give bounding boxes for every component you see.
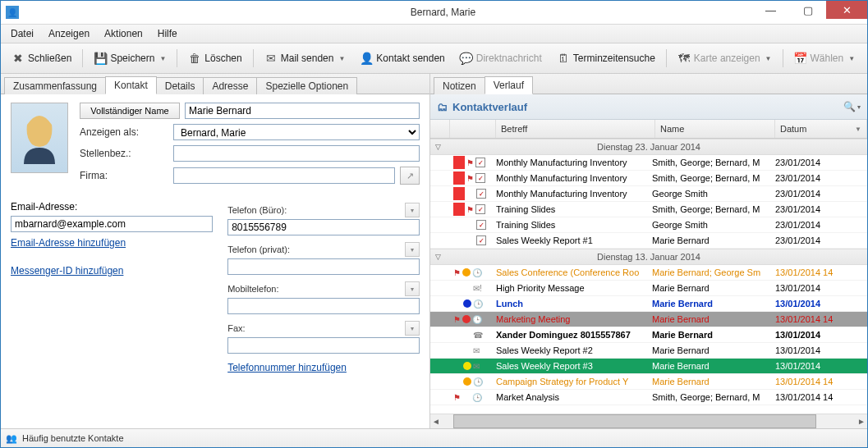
tab-address[interactable]: Adresse — [203, 77, 257, 94]
history-row[interactable]: ✓Monthly Manufacturing InventoryGeorge S… — [430, 186, 867, 202]
history-row[interactable]: ⚑✓Training SlidesSmith, George; Bernard,… — [430, 202, 867, 217]
history-row[interactable]: ⚑🕒Market AnalysisSmith, George; Bernard,… — [430, 390, 867, 405]
col-name[interactable]: Name — [655, 120, 775, 138]
checkbox-icon[interactable]: ✓ — [476, 189, 486, 199]
tab-summary[interactable]: Zusammenfassung — [4, 77, 106, 94]
row-subject: Marketing Meeting — [496, 314, 652, 324]
flag-icon: ⚑ — [466, 174, 474, 183]
map-icon: 🗺 — [677, 52, 691, 65]
mail-excl-icon: ✉! — [473, 284, 482, 293]
toolbar-mail[interactable]: ✉Mail senden▼ — [259, 48, 351, 68]
col-date[interactable]: Datum▼ — [775, 120, 867, 138]
row-date: 13/01/2014 — [775, 361, 854, 371]
row-subject: Monthly Manufacturing Inventory — [496, 158, 652, 167]
col-subject[interactable]: Betreff — [496, 120, 655, 138]
checkbox-icon[interactable]: ✓ — [476, 220, 486, 230]
history-row[interactable]: ☎Xander Dominguez 8015557867Marie Bernar… — [430, 327, 867, 343]
phone-home-dropdown[interactable]: ▾ — [405, 242, 420, 257]
checkbox-icon[interactable]: ✓ — [476, 235, 486, 245]
history-row[interactable]: ⚑🕒Marketing MeetingMarie Bernard13/01/20… — [430, 312, 867, 327]
tab-special[interactable]: Spezielle Optionen — [256, 77, 357, 94]
add-email-link[interactable]: Email-Adresse hinzufügen — [11, 237, 213, 249]
search-button[interactable]: 🔍▾ — [843, 98, 861, 116]
history-row[interactable]: ✉!High Priority MessageMarie Bernard13/0… — [430, 281, 867, 296]
flag-icon: ⚑ — [453, 393, 461, 402]
menu-view[interactable]: Anzeigen — [42, 26, 96, 41]
category-dot-icon — [463, 377, 471, 386]
row-name: Marie Bernard — [652, 283, 775, 293]
company-input[interactable] — [173, 167, 395, 184]
mobile-input[interactable] — [227, 298, 420, 314]
toolbar-send-contact[interactable]: 👤Kontakt senden — [354, 48, 450, 68]
group-header[interactable]: ▽Dienstag 13. Januar 2014 — [430, 249, 867, 265]
statusbar-text[interactable]: Häufig benutzte Kontakte — [22, 433, 124, 443]
chevron-down-icon: ▼ — [765, 55, 772, 62]
history-row[interactable]: ⚑🕒Sales Conference (Conference RooMarie … — [430, 265, 867, 281]
history-row[interactable]: ✉Sales Weekly Report #2Marie Bernard13/0… — [430, 343, 867, 359]
trash-icon: 🗑 — [188, 52, 201, 65]
row-subject: Sales Weekly Report #2 — [496, 345, 652, 355]
calendar-search-icon: 🗓 — [557, 52, 570, 65]
group-header[interactable]: ▽Dienstag 23. Januar 2014 — [430, 139, 867, 155]
checkbox-icon[interactable]: ✓ — [475, 204, 485, 214]
history-row[interactable]: ⚑✓Monthly Manufacturing InventorySmith, … — [430, 171, 867, 186]
row-name: Marie Bernard — [652, 345, 775, 355]
company-share-button[interactable]: ↗ — [400, 167, 420, 185]
close-button[interactable]: ✕ — [826, 1, 867, 19]
maximize-button[interactable]: ▢ — [789, 1, 826, 19]
tab-details[interactable]: Details — [156, 77, 204, 94]
fax-dropdown[interactable]: ▾ — [405, 321, 420, 336]
jobtitle-input[interactable] — [173, 145, 420, 162]
row-name: Marie Bernard; George Sm — [652, 267, 775, 277]
row-date: 13/01/2014 — [775, 330, 854, 340]
add-im-link[interactable]: Messenger-ID hinzufügen — [11, 265, 213, 277]
history-row[interactable]: ✓Training SlidesGeorge Smith23/01/2014 — [430, 217, 867, 233]
email-input[interactable] — [11, 216, 213, 232]
fullname-button[interactable]: Vollständiger Name — [80, 103, 180, 119]
menu-file[interactable]: Datei — [4, 26, 40, 41]
fullname-input[interactable] — [185, 103, 420, 119]
phone-office-dropdown[interactable]: ▾ — [405, 203, 420, 217]
minimize-button[interactable]: — — [752, 1, 789, 19]
collapse-icon[interactable]: ▽ — [435, 253, 441, 261]
history-row[interactable]: ✓Sales Weekly Report #1Marie Bernard23/0… — [430, 233, 867, 249]
chevron-down-icon[interactable]: ▼ — [159, 55, 166, 62]
collapse-icon[interactable]: ▽ — [435, 143, 441, 151]
history-row[interactable]: ✉Sales Weekly Report #3Marie Bernard13/0… — [430, 359, 867, 374]
history-row[interactable]: ⚑✓Monthly Manufacturing InventorySmith, … — [430, 155, 867, 171]
col-indicator[interactable] — [430, 120, 450, 138]
chat-icon: 💬 — [460, 52, 473, 65]
displayas-label: Anzeigen als: — [80, 126, 168, 138]
fax-input[interactable] — [227, 337, 420, 354]
contact-avatar[interactable] — [11, 103, 68, 173]
tab-notes[interactable]: Notizen — [434, 77, 485, 94]
clock-icon: 🕒 — [472, 268, 482, 277]
toolbar-close[interactable]: ✖Schließen — [6, 48, 77, 68]
flag-icon: ⚑ — [453, 268, 461, 277]
save-icon: 💾 — [94, 52, 107, 65]
toolbar-delete[interactable]: 🗑Löschen — [182, 48, 247, 68]
horizontal-scrollbar[interactable]: ◄► — [430, 414, 867, 428]
toolbar-appointment-search[interactable]: 🗓Terminzeitensuche — [551, 48, 661, 68]
clock-icon: 🕒 — [473, 299, 483, 309]
chevron-down-icon[interactable]: ▼ — [338, 55, 345, 62]
tab-history[interactable]: Verlauf — [485, 76, 533, 94]
row-subject: Monthly Manufacturing Inventory — [496, 173, 652, 183]
history-row[interactable]: 🕒LunchMarie Bernard13/01/2014 — [430, 296, 867, 312]
add-phone-link[interactable]: Telefonnummer hinzufügen — [227, 362, 420, 373]
row-subject: High Priority Message — [496, 283, 652, 293]
phone-office-input[interactable] — [227, 219, 420, 235]
tab-contact[interactable]: Kontakt — [105, 76, 157, 94]
menu-help[interactable]: Hilfe — [151, 26, 184, 41]
col-icons[interactable] — [450, 120, 496, 138]
row-date: 13/01/2014 — [775, 283, 854, 293]
mail-icon: ✉ — [473, 362, 480, 371]
checkbox-icon[interactable]: ✓ — [475, 173, 485, 183]
phone-home-input[interactable] — [227, 258, 420, 275]
toolbar-save[interactable]: 💾Speichern▼ — [88, 48, 172, 68]
checkbox-icon[interactable]: ✓ — [475, 158, 485, 167]
history-row[interactable]: 🕒Campaign Strategy for Product YMarie Be… — [430, 374, 867, 390]
displayas-select[interactable]: Bernard, Marie — [173, 124, 420, 140]
menu-actions[interactable]: Aktionen — [98, 26, 149, 41]
mobile-dropdown[interactable]: ▾ — [405, 281, 420, 296]
